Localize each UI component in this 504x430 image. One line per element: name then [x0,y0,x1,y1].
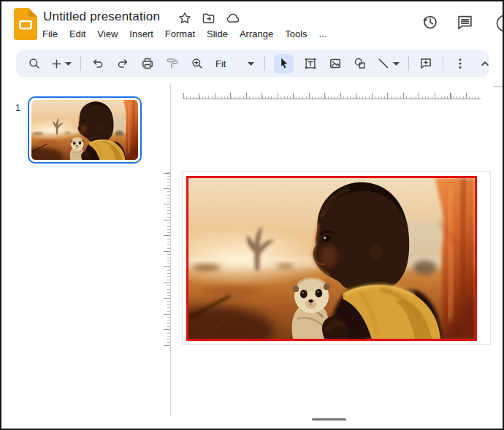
google-slides-window: Untitled presentation File Edit View Ins… [0,0,504,430]
caret-down-icon [393,62,400,66]
canvas-corner-mark [494,86,503,87]
search-icon[interactable] [26,54,42,73]
slide-canvas[interactable] [182,171,491,345]
vertical-ruler [163,171,170,346]
version-history-icon[interactable] [421,13,439,31]
toolbar-separator [80,56,81,71]
select-cursor-icon[interactable] [274,54,294,74]
text-box-icon[interactable] [302,54,318,73]
menu-item-slide[interactable]: Slide [207,28,228,39]
slide-number: 1 [15,103,20,113]
menu-item-view[interactable]: View [97,28,118,39]
google-slides-logo[interactable] [13,7,38,41]
undo-icon[interactable] [90,54,106,73]
slide-thumbnail[interactable] [28,96,142,164]
menu-item-edit[interactable]: Edit [69,28,85,39]
zoom-in-icon[interactable] [189,54,205,73]
header-right-actions [421,13,474,31]
star-icon[interactable] [178,12,191,25]
comments-icon[interactable] [456,13,474,31]
menu-item-file[interactable]: File [42,28,58,39]
new-slide-button[interactable] [51,54,72,73]
insert-image-icon[interactable] [327,54,343,73]
menu-item-tools[interactable]: Tools [285,28,307,39]
horizontal-ruler [183,91,481,99]
menu-item-insert[interactable]: Insert [129,28,153,39]
toolbar: Fit [16,50,489,77]
more-vertical-icon[interactable] [452,54,468,73]
caret-down-icon [248,62,254,66]
caret-down-icon [65,62,72,66]
menu-item-format[interactable]: Format [165,28,195,39]
slide-thumbnail-image [31,100,138,160]
title-actions [178,12,240,25]
menu-bar: File Edit View Insert Format Slide Arran… [42,28,327,39]
document-title[interactable]: Untitled presentation [43,9,160,24]
slide-image[interactable] [186,176,477,341]
toolbar-separator [408,56,409,71]
partial-edge-icon [495,14,504,33]
menu-overflow[interactable]: ... [319,28,327,39]
insert-shape-icon[interactable] [352,54,368,73]
insert-line-icon[interactable] [377,54,400,73]
filmstrip-divider [170,84,171,416]
paint-format-icon[interactable] [164,54,180,73]
print-icon[interactable] [140,54,156,73]
hide-menus-icon[interactable] [477,54,493,73]
insert-comment-icon[interactable] [418,54,434,73]
zoom-fit-dropdown[interactable]: Fit [214,58,256,69]
redo-icon[interactable] [115,54,131,73]
cloud-saved-icon[interactable] [226,12,240,25]
notes-resize-handle[interactable] [312,418,346,421]
toolbar-separator [264,56,265,71]
toolbar-separator [443,56,443,71]
move-folder-icon[interactable] [202,12,215,25]
menu-item-arrange[interactable]: Arrange [240,28,273,39]
zoom-fit-label: Fit [215,58,226,69]
